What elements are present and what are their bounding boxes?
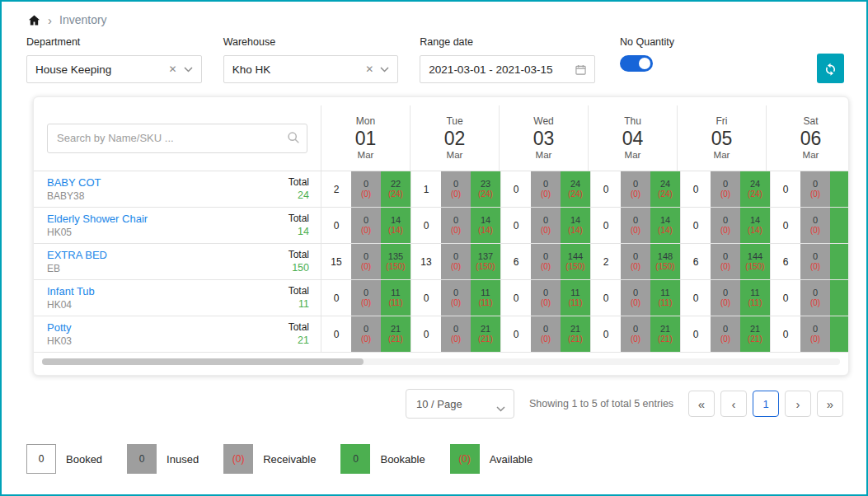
item-name-link[interactable]: Potty xyxy=(47,321,72,335)
day-cell-group: 00(0)14(14) xyxy=(591,208,681,243)
receivable-value: (0) xyxy=(631,190,640,199)
item-cell: Elderly Shower ChairHK05Total14 xyxy=(34,208,321,243)
item-name-link[interactable]: BABY COT xyxy=(47,176,101,190)
day-cell-group: 00(0) xyxy=(771,171,849,207)
warehouse-value: Kho HK xyxy=(232,63,359,76)
bookable-available-cell: 22(24) xyxy=(381,171,411,207)
no-quantity-toggle[interactable] xyxy=(620,55,653,72)
inused-value: 0 xyxy=(633,179,638,190)
no-quantity-label: No Quantity xyxy=(620,36,795,48)
inused-value: 0 xyxy=(364,215,368,226)
receivable-value: (0) xyxy=(720,190,730,199)
inused-receivable-cell: 0(0) xyxy=(351,280,381,316)
receivable-value: (0) xyxy=(451,262,461,272)
weekday-label: Mon xyxy=(356,115,375,128)
inventory-table-card: Mon01MarTue02MarWed03MarThu04MarFri05Mar… xyxy=(33,96,849,376)
booked-cell: 0 xyxy=(501,316,531,352)
item-cell: PottyHK03Total21 xyxy=(34,316,321,352)
calendar-icon[interactable] xyxy=(575,64,586,75)
item-name-link[interactable]: EXTRA BED xyxy=(47,249,107,262)
first-page-button[interactable]: « xyxy=(688,391,715,417)
booked-cell: 0 xyxy=(591,171,621,207)
day-cell-group: 20(0)148(150) xyxy=(591,244,681,279)
inused-receivable-cell: 0(0) xyxy=(351,208,381,243)
clear-icon[interactable]: ✕ xyxy=(169,63,177,75)
receivable-value: (0) xyxy=(361,298,371,308)
chevron-down-icon[interactable] xyxy=(380,67,389,73)
scrollbar-thumb[interactable] xyxy=(42,358,364,365)
inused-value: 0 xyxy=(543,324,548,335)
inventory-page: › Inventory Department House Keeping ✕ W… xyxy=(0,0,868,496)
booked-cell: 6 xyxy=(771,244,800,279)
pagination-summary: Showing 1 to 5 of total 5 entries xyxy=(529,398,673,409)
booked-cell: 0 xyxy=(321,208,351,243)
page-size-value: 10 / Page xyxy=(416,398,462,410)
day-number: 03 xyxy=(533,128,555,149)
home-icon[interactable] xyxy=(28,14,40,26)
legend: 0 Booked 0 Inused (0) Receivable 0 Booka… xyxy=(26,444,866,474)
receivable-value: (0) xyxy=(541,335,551,344)
next-page-button[interactable]: › xyxy=(785,391,811,417)
booked-cell: 0 xyxy=(681,171,711,207)
range-date-label: Range date xyxy=(420,36,595,48)
bookable-sample-box: 0 xyxy=(340,444,370,474)
item-name-link[interactable]: Infant Tub xyxy=(47,285,95,298)
day-number: 01 xyxy=(355,128,377,149)
range-date-input[interactable]: 2021-03-01 - 2021-03-15 xyxy=(420,55,595,83)
item-name-link[interactable]: Elderly Shower Chair xyxy=(47,213,148,226)
day-cell-group: 60(0)144(150) xyxy=(681,244,771,279)
booked-cell: 0 xyxy=(681,280,711,316)
day-cell-group: 00(0)14(14) xyxy=(321,208,411,243)
total-label: Total xyxy=(289,176,309,189)
bookable-available-cell: 144(150) xyxy=(561,244,590,279)
booked-cell: 0 xyxy=(411,280,441,316)
day-header: Thu04Mar xyxy=(589,105,678,171)
day-header: Sat06Mar xyxy=(767,105,849,171)
last-page-button[interactable]: » xyxy=(817,391,843,417)
clear-icon[interactable]: ✕ xyxy=(365,63,373,75)
bookable-available-cell xyxy=(830,316,849,352)
prev-page-button[interactable]: ‹ xyxy=(720,391,747,417)
receivable-sample-box: (0) xyxy=(223,444,253,474)
booked-cell: 0 xyxy=(501,171,531,207)
inused-receivable-cell: 0(0) xyxy=(351,171,381,207)
bookable-available-cell: 21(21) xyxy=(471,316,500,352)
legend-label: Booked xyxy=(66,453,102,466)
day-cell-group: 00(0)14(14) xyxy=(501,208,591,243)
inused-value: 0 xyxy=(633,251,638,262)
receivable-value: (0) xyxy=(631,262,640,272)
inused-receivable-cell: 0(0) xyxy=(711,316,740,352)
day-header: Mon01Mar xyxy=(321,105,411,171)
warehouse-select[interactable]: Kho HK ✕ xyxy=(223,55,399,83)
bookable-value: 135 xyxy=(388,251,403,262)
inused-receivable-cell: 0(0) xyxy=(621,244,650,279)
bookable-value: 21 xyxy=(750,324,760,335)
day-header: Tue02Mar xyxy=(411,105,500,171)
inused-receivable-cell: 0(0) xyxy=(711,244,740,279)
bookable-available-cell: 14(14) xyxy=(740,208,770,243)
inused-receivable-cell: 0(0) xyxy=(621,171,650,207)
breadcrumb: › Inventory xyxy=(2,2,866,26)
legend-item-inused: 0 Inused xyxy=(127,444,199,474)
available-value: (24) xyxy=(478,190,493,199)
inused-value: 0 xyxy=(813,179,818,190)
warehouse-label: Warehouse xyxy=(223,36,399,48)
search-input[interactable] xyxy=(47,124,307,153)
inused-receivable-cell: 0(0) xyxy=(441,280,471,316)
refresh-button[interactable] xyxy=(817,54,844,83)
item-cell: BABY COTBABY38Total24 xyxy=(34,171,321,207)
weekday-label: Sat xyxy=(803,115,818,128)
legend-label: Bookable xyxy=(380,453,425,466)
booked-cell: 0 xyxy=(681,316,711,352)
day-number: 04 xyxy=(622,128,644,149)
inused-receivable-cell: 0(0) xyxy=(441,316,471,352)
day-number: 05 xyxy=(711,128,733,149)
page-size-select[interactable]: 10 / Page xyxy=(406,389,514,419)
page-1-button[interactable]: 1 xyxy=(753,391,779,417)
available-value: (14) xyxy=(478,226,493,236)
department-select[interactable]: House Keeping ✕ xyxy=(26,55,202,83)
available-sample-box: (0) xyxy=(450,444,480,474)
chevron-down-icon[interactable] xyxy=(184,67,193,73)
day-cell-group: 00(0)24(24) xyxy=(501,171,591,207)
item-sku: HK05 xyxy=(47,227,148,239)
